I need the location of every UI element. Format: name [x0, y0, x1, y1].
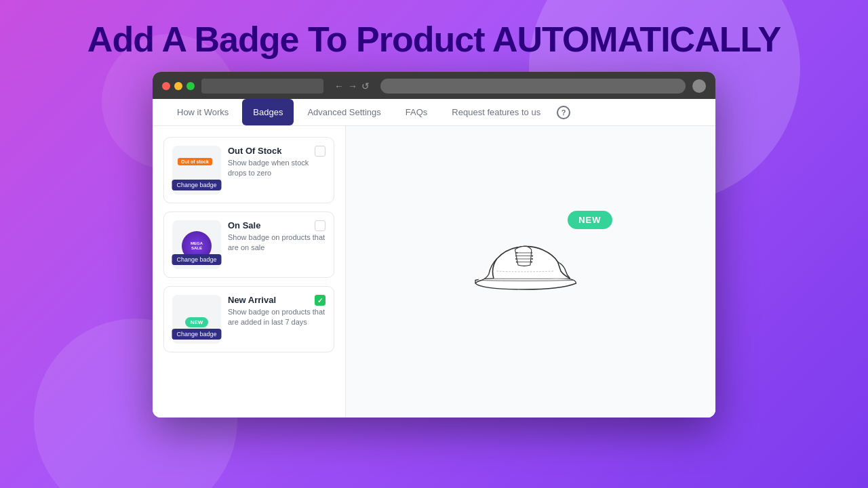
badge-preview-out-of-stock: Out of stock Change badge [172, 146, 221, 195]
forward-button[interactable]: → [348, 81, 357, 92]
app-content: How it Works Badges Advanced Settings FA… [153, 99, 715, 418]
svg-point-3 [531, 255, 533, 257]
browser-avatar [692, 79, 706, 93]
svg-point-0 [515, 252, 517, 254]
badge-preview-on-sale: MEGASALE Change badge [172, 220, 221, 269]
mega-sale-text: MEGASALE [191, 241, 203, 251]
heading-purple: AUTOMATICALLY [492, 20, 781, 59]
out-of-stock-badge: Out of stock [178, 158, 212, 165]
maximize-button[interactable] [186, 82, 195, 90]
badge-desc-new-arrival: Show badge on products that are added in… [228, 307, 326, 328]
tab-how-it-works[interactable]: How it Works [166, 99, 239, 125]
svg-point-2 [515, 255, 517, 257]
heading-white: Add A Badge To Product [87, 20, 492, 59]
badge-card-out-of-stock: Out of stock Change badge Out Of Stock S… [163, 137, 334, 203]
shoe-container: NEW [463, 231, 599, 312]
shoe-illustration [463, 231, 585, 299]
main-heading: Add A Badge To Product AUTOMATICALLY [0, 0, 868, 60]
main-layout: Out of stock Change badge Out Of Stock S… [153, 126, 715, 418]
left-panel: Out of stock Change badge Out Of Stock S… [153, 126, 346, 418]
address-bar[interactable] [380, 79, 686, 94]
checkbox-new-arrival[interactable]: ✓ [315, 295, 326, 306]
checkbox-out-of-stock[interactable] [315, 146, 326, 157]
tab-badges[interactable]: Badges [242, 99, 294, 125]
badge-desc-out-of-stock: Show badge when stock drops to zero [228, 158, 326, 179]
badge-preview-new-arrival: NEW Change badge [172, 295, 221, 344]
badge-info-out-of-stock: Out Of Stock Show badge when stock drops… [228, 146, 326, 179]
svg-point-4 [515, 258, 517, 260]
browser-window: ← → ↺ How it Works Badges Advanced Setti… [153, 72, 715, 418]
close-button[interactable] [162, 82, 170, 90]
badge-desc-on-sale: Show badge on products that are on sale [228, 232, 326, 253]
svg-point-7 [530, 261, 532, 263]
browser-chrome: ← → ↺ [153, 72, 715, 99]
badge-name-on-sale: On Sale [228, 220, 326, 230]
change-badge-btn-on-sale[interactable]: Change badge [172, 254, 221, 265]
tab-faqs[interactable]: FAQs [395, 99, 439, 125]
badge-name-out-of-stock: Out Of Stock [228, 146, 326, 156]
checkmark-icon: ✓ [317, 297, 323, 304]
new-arrival-badge: NEW [185, 317, 209, 327]
right-panel: NEW [346, 126, 715, 418]
minimize-button[interactable] [174, 82, 182, 90]
badge-name-new-arrival: New Arrival [228, 295, 326, 305]
badge-info-on-sale: On Sale Show badge on products that are … [228, 220, 326, 253]
svg-point-5 [531, 258, 533, 260]
badge-card-new-arrival: NEW Change badge New Arrival Show badge … [163, 286, 334, 352]
browser-nav: ← → ↺ [334, 81, 370, 92]
help-icon[interactable]: ? [557, 106, 570, 119]
tab-request-features[interactable]: Request features to us [441, 99, 551, 125]
url-bar-short [201, 79, 323, 94]
nav-tabs: How it Works Badges Advanced Settings FA… [153, 99, 715, 126]
refresh-button[interactable]: ↺ [361, 81, 370, 92]
change-badge-btn-out-of-stock[interactable]: Change badge [172, 180, 221, 190]
checkbox-on-sale[interactable] [315, 220, 326, 231]
badge-card-on-sale: MEGASALE Change badge On Sale Show badge… [163, 211, 334, 278]
badge-info-new-arrival: New Arrival Show badge on products that … [228, 295, 326, 328]
change-badge-btn-new-arrival[interactable]: Change badge [172, 329, 221, 340]
new-badge-display: NEW [568, 211, 612, 229]
out-of-stock-badge-label: Out of stock [178, 154, 212, 166]
traffic-lights [162, 82, 195, 90]
tab-advanced-settings[interactable]: Advanced Settings [296, 99, 391, 125]
svg-point-6 [515, 261, 517, 263]
back-button[interactable]: ← [334, 81, 344, 92]
svg-point-1 [530, 252, 532, 254]
